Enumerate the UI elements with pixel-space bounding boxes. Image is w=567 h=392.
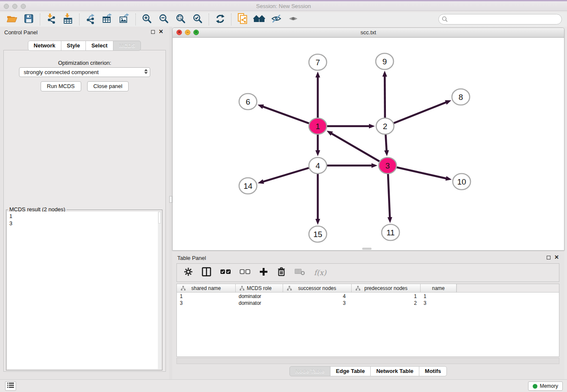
node-label-6: 6 [246,97,250,106]
tab-select[interactable]: Select [85,41,113,51]
table-toolbar: f(x) [176,263,559,282]
edge-3-10[interactable] [396,167,448,179]
tab-node-table[interactable]: Node Table [289,366,330,376]
table-cell[interactable]: 4 [283,293,352,299]
arrowhead-1-6 [258,105,264,109]
tree-icon [181,286,186,292]
float-panel-icon[interactable] [151,30,155,34]
edge-2-3[interactable] [385,135,386,152]
import-network-button[interactable] [43,13,60,26]
refresh-button[interactable] [212,13,228,26]
task-history-button[interactable] [5,381,16,391]
show-all-button[interactable] [285,13,302,26]
table-row[interactable]: 1dominator411 [177,293,559,299]
toolbar-separator [209,14,209,25]
edge-4-14[interactable] [261,168,309,182]
split-columns-icon[interactable] [201,267,212,279]
edge-3-1[interactable] [330,133,380,161]
column-header-name[interactable]: name [421,284,457,292]
mcds-result-text[interactable]: 1 3 [7,212,158,369]
export-image-button[interactable] [116,13,133,26]
export-table-button[interactable] [99,13,116,26]
run-mcds-button[interactable]: Run MCDS [41,81,81,91]
column-header-successor-nodes[interactable]: successor nodes [283,284,352,292]
edge-2-8[interactable] [394,102,448,123]
import-table-button[interactable] [60,13,77,26]
network-canvas-svg: 1234678910111415 [173,38,564,250]
clone-network-button[interactable] [234,13,251,26]
zoom-fit-button[interactable] [172,13,189,26]
export-network-button[interactable] [82,13,99,26]
control-panel-title: Control Panel [0,27,169,36]
result-scrollbar[interactable] [158,212,161,369]
delete-column-icon[interactable] [277,267,286,279]
table-cell[interactable]: 3 [177,299,236,306]
table-cell[interactable]: dominator [236,299,283,306]
column-header-shared-name[interactable]: shared name [177,284,236,292]
node-label-3: 3 [385,161,390,170]
search-input[interactable] [438,14,562,25]
edge-3-11[interactable] [388,174,390,219]
window-minimize-icon[interactable] [12,4,17,9]
net-close-icon[interactable]: ✕ [176,30,182,35]
table-hscroll[interactable] [176,358,559,364]
column-header-mcds-role[interactable]: MCDS role [236,284,283,292]
toolbar-separator [135,14,136,25]
edge-2-9[interactable] [385,75,385,118]
float-table-panel-icon[interactable] [547,256,550,259]
splitter-handle[interactable] [169,196,172,203]
network-canvas[interactable]: 1234678910111415 [173,38,564,250]
net-minimize-icon[interactable]: − [185,30,190,35]
table-cell[interactable]: 3 [421,299,457,306]
deselect-checkboxes-icon[interactable] [239,269,250,276]
search-box [438,14,562,25]
tree-icon [239,286,245,292]
close-table-panel-icon[interactable]: ✕ [554,255,559,259]
arrowhead-4-3 [372,163,377,168]
close-panel-icon[interactable]: ✕ [159,30,163,34]
table-cell[interactable]: 1 [177,293,236,299]
node-label-1: 1 [316,122,320,131]
window-zoom-icon[interactable] [21,4,26,9]
select-all-checkboxes-icon[interactable] [220,269,231,276]
export-network-icon [85,13,96,26]
search-icon [442,16,448,22]
hide-selected-button[interactable] [268,13,285,26]
zoom-out-button[interactable] [155,13,172,26]
table-cell[interactable]: 1 [421,293,457,299]
add-column-icon[interactable] [259,267,268,278]
node-table[interactable]: shared name MCDS role successor nodes pr… [176,284,559,357]
settings-gear-icon[interactable] [184,267,193,278]
column-header-predecessor-nodes[interactable]: predecessor nodes [352,284,421,292]
panel-splitter[interactable] [169,27,172,379]
tab-motifs[interactable]: Motifs [419,366,447,376]
tab-network-table[interactable]: Network Table [370,366,419,376]
table-cell[interactable]: 3 [283,299,352,306]
tab-network[interactable]: Network [28,41,61,51]
zoom-in-button[interactable] [138,13,155,26]
tab-edge-table[interactable]: Edge Table [330,366,371,376]
tab-style[interactable]: Style [61,41,86,51]
table-cell[interactable]: dominator [236,293,283,299]
zoom-selected-icon [193,14,203,26]
clone-network-icon [237,13,248,26]
tab-mcds[interactable]: MCDS [113,41,141,51]
net-maximize-icon[interactable]: + [193,30,199,35]
table-cell[interactable]: 1 [352,293,421,299]
node-label-14: 14 [243,182,253,190]
edge-1-6[interactable] [261,106,309,123]
optimization-criterion-select[interactable]: strongly connected component [19,67,150,77]
window-close-icon[interactable] [4,4,9,9]
close-panel-button[interactable]: Close panel [87,81,129,91]
arrowhead-3-1 [327,131,333,136]
memory-button[interactable]: Memory [528,381,563,391]
network-window-titlebar[interactable]: ✕ − + scc.txt [173,28,564,38]
houses-button[interactable] [251,13,268,26]
table-cell[interactable]: 2 [352,299,421,306]
header-filler [457,284,559,292]
open-file-button[interactable] [3,13,20,26]
save-session-button[interactable] [20,13,37,26]
network-hscroll-handle[interactable] [362,248,372,250]
table-row[interactable]: 3dominator323 [177,299,559,306]
zoom-selected-button[interactable] [189,13,206,26]
